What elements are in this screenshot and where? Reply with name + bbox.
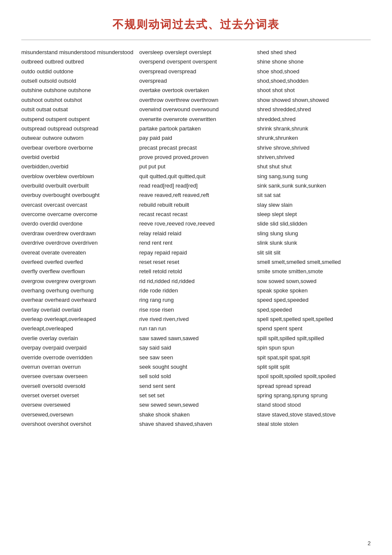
- entry: stand stood stood: [257, 400, 371, 410]
- entry: say said said: [139, 343, 253, 353]
- entry: outspend outspent outspent: [21, 115, 135, 124]
- entry: spell spelt,spelled spelt,spelled: [257, 315, 371, 324]
- column-1: misunderstand misunderstood misunderstoo…: [21, 48, 139, 429]
- entry: sell sold sold: [139, 372, 253, 381]
- entry: shoe shod,shoed: [257, 67, 371, 76]
- entry: outshine outshone outshone: [21, 86, 135, 95]
- entry: overpay overpaid overpaid: [21, 343, 135, 353]
- entry: oversleep overslept overslept: [139, 48, 253, 57]
- entry: oversew oversewed: [21, 400, 135, 410]
- entry: shrive shrove,shrived: [257, 143, 371, 153]
- entry: speak spoke spoken: [257, 286, 371, 295]
- entry: spin spun spun: [257, 343, 371, 353]
- entry: shoot shot shot: [257, 86, 371, 95]
- entry: ring rang rung: [139, 295, 253, 305]
- entry: show showed shown,showed: [257, 95, 371, 105]
- entry: outbreed outbred outbred: [21, 57, 135, 66]
- page-number: 2: [368, 540, 371, 546]
- entry: slide slid slid,slidden: [257, 219, 371, 228]
- entry: steal stole stolen: [257, 419, 371, 429]
- entry: ride rode ridden: [139, 286, 253, 295]
- entry: speed sped,speeded: [257, 295, 371, 305]
- entry: overhear overheard overheard: [21, 295, 135, 305]
- entry: overbidden,overbid: [21, 162, 135, 171]
- entry: misunderstand misunderstood misunderstoo…: [21, 48, 135, 57]
- entry: overrun overran overrun: [21, 362, 135, 372]
- entry: shriven,shrived: [257, 153, 371, 162]
- page-title: 不规则动词过去式、过去分词表: [21, 17, 371, 32]
- column-2: oversleep overslept overslept overspend …: [139, 48, 257, 429]
- entry: recast recast recast: [139, 210, 253, 219]
- entry: slink slunk slunk: [257, 238, 371, 248]
- entry: set set set: [139, 391, 253, 400]
- entry: repay repaid repaid: [139, 248, 253, 257]
- entry: shrink shrank,shrunk: [257, 124, 371, 133]
- entry: outshoot outshot outshot: [21, 95, 135, 105]
- entry: overbuy overbought overbought: [21, 191, 135, 200]
- entry: shut shut shut: [257, 162, 371, 171]
- entry: rebuild rebuilt rebuilt: [139, 200, 253, 210]
- entry: overfly overflew overflown: [21, 267, 135, 276]
- entry: outsell outsold outsold: [21, 76, 135, 86]
- entry: slay slew slain: [257, 200, 371, 210]
- entry: overdo overdid overdone: [21, 219, 135, 228]
- entry: overdraw overdrew overdrawn: [21, 229, 135, 238]
- entry: rise rose risen: [139, 305, 253, 315]
- entry: overcome overcame overcome: [21, 210, 135, 219]
- entry: sink sank,sunk sunk,sunken: [257, 181, 371, 191]
- entry: oversee oversaw overseen: [21, 372, 135, 381]
- entry: stave staved,stove staved,stove: [257, 410, 371, 419]
- entry: overeat overate overeaten: [21, 248, 135, 257]
- entry: overfeed overfed overfed: [21, 257, 135, 267]
- entry: shredded,shred: [257, 115, 371, 124]
- entry: shake shook shaken: [139, 410, 253, 419]
- entry: spend spent spent: [257, 324, 371, 333]
- entry: see saw seen: [139, 353, 253, 362]
- entry: overlay overlaid overlaid: [21, 305, 135, 315]
- divider: [21, 40, 371, 40]
- entry: saw sawed sawn,sawed: [139, 334, 253, 343]
- entry: sleep slept slept: [257, 210, 371, 219]
- entry: overcast overcast overcast: [21, 200, 135, 210]
- entry: overlie overlay overlain: [21, 334, 135, 343]
- entry: overshoot overshot overshot: [21, 419, 135, 429]
- entry: reeve rove,reeved rove,reeved: [139, 219, 253, 228]
- entry: overspend overspent overspent: [139, 57, 253, 66]
- entry: send sent sent: [139, 382, 253, 391]
- entry: spring sprang,sprung sprung: [257, 391, 371, 400]
- entry: overbuild overbuilt overbuilt: [21, 181, 135, 191]
- entry: partake partook partaken: [139, 124, 253, 133]
- entry: spoil spoilt,spoiled spoilt,spoiled: [257, 372, 371, 381]
- entry: slit slit slit: [257, 248, 371, 257]
- entry: run ran run: [139, 324, 253, 333]
- entry: overwrite overwrote overwritten: [139, 115, 253, 124]
- entry: sew sewed sewn,sewed: [139, 400, 253, 410]
- entry: shred shredded,shred: [257, 105, 371, 114]
- entry: sling slung slung: [257, 229, 371, 238]
- entry: smite smote smitten,smote: [257, 267, 371, 276]
- entry: shave shaved shaved,shaven: [139, 419, 253, 429]
- entry: overthrow overthrew overthrown: [139, 95, 253, 105]
- entry: overbid overbid: [21, 153, 135, 162]
- entry: seek sought sought: [139, 362, 253, 372]
- entry: overbear overbore overborne: [21, 143, 135, 153]
- entry: rive rived riven,rived: [139, 315, 253, 324]
- entry: rid rid,ridded rid,ridded: [139, 277, 253, 286]
- entry: overspread overspread: [139, 67, 253, 76]
- entry: overleap overleapt,overleaped: [21, 315, 135, 324]
- entry: override overrode overridden: [21, 353, 135, 362]
- entry: quit quitted,quit quitted,quit: [139, 172, 253, 181]
- column-3: shed shed shed shine shone shone shoe sh…: [257, 48, 371, 429]
- entry: overhang overhung overhung: [21, 286, 135, 295]
- entry: retell retold retold: [139, 267, 253, 276]
- entry: reset reset reset: [139, 257, 253, 267]
- entry: put put put: [139, 162, 253, 171]
- entry: sow sowed sown,sowed: [257, 277, 371, 286]
- entry: pay paid paid: [139, 133, 253, 143]
- entry: spill spilt,spilled spilt,spilled: [257, 334, 371, 343]
- entry: overblow overblew overblown: [21, 172, 135, 181]
- entry: overset overset overset: [21, 391, 135, 400]
- entry: outdo outdid outdone: [21, 67, 135, 76]
- entry: overdrive overdrove overdriven: [21, 238, 135, 248]
- entry: overtake overtook overtaken: [139, 86, 253, 95]
